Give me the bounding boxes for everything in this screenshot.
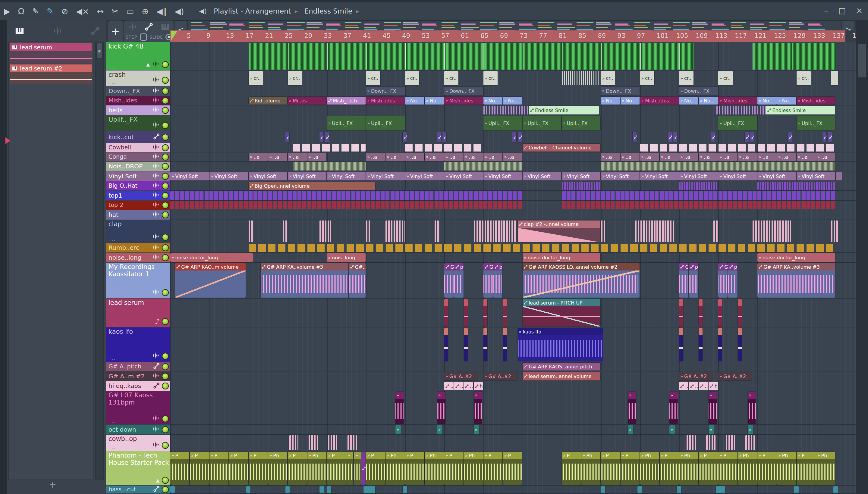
audio-clip[interactable]: » [395,425,401,434]
audio-clip[interactable]: » [708,392,717,424]
track-options-dots[interactable]: ... [109,478,116,484]
audio-clip[interactable]: » [437,425,442,434]
picker-scrollbar[interactable]: ▪ [95,42,104,479]
audio-clip[interactable]: » [748,392,756,424]
automation-clip[interactable]: Mish_..tch [327,97,366,104]
audio-clip[interactable] [738,328,742,361]
audio-clip[interactable]: »Ph.. [777,452,796,484]
pattern-clip-group[interactable] [170,191,522,200]
audio-clip[interactable]: »cr.. [366,71,380,85]
automation-clip[interactable]: Endless Smile [766,106,835,114]
audio-clip[interactable]: » [437,392,445,424]
pattern-clip-group[interactable] [831,221,838,242]
audio-clip[interactable]: »No.. [699,97,718,104]
audio-clip[interactable]: »Ph.. [816,452,835,484]
track-mute-led[interactable] [162,415,169,422]
pattern-clip-group[interactable] [714,221,718,242]
audio-clip[interactable] [285,486,290,493]
audio-clip[interactable]: »..a [797,153,816,161]
audio-clip[interactable]: »Vinyl Soft [562,172,601,180]
track-header[interactable]: hat [106,210,170,220]
audio-clip[interactable]: »Vinyl Soft [679,172,718,180]
pattern-item[interactable]: lead serum [10,43,92,51]
audio-clip[interactable]: »P.. [170,452,189,484]
track-header[interactable]: bells [106,106,170,115]
pattern-clip-group[interactable] [562,191,835,200]
track-header[interactable]: bass ..cut [106,486,170,493]
audio-clip[interactable] [601,486,606,493]
pattern-clip-group[interactable] [435,221,439,242]
audio-clip[interactable]: »Ph.. [386,452,404,484]
audio-clip[interactable]: »G# A..#2 [679,372,713,380]
pattern-clip-group[interactable] [319,221,331,242]
audio-clip[interactable] [836,172,842,180]
pattern-item[interactable]: lead serum #2 [10,64,92,72]
audio-clip[interactable]: »..a [660,153,679,161]
pattern-clip-group[interactable] [757,182,835,190]
audio-clip[interactable]: »P.. [718,452,737,484]
track-header[interactable]: Mish..ides [106,96,170,105]
track-header[interactable]: Conga [106,152,170,162]
audio-clip[interactable] [677,486,681,493]
add-arrangement-tab[interactable]: + [108,20,123,42]
track-header[interactable]: My Recordings Kaossilator 1... [106,263,170,298]
automation-clip[interactable] [325,132,329,142]
pattern-clip-group[interactable] [716,106,766,114]
piano-tab[interactable] [15,27,24,36]
audio-clip[interactable]: »G# A..#2 [718,372,752,380]
automation-clip[interactable]: Big Open..nnel volume [248,182,375,190]
pattern-clip-group[interactable] [170,201,522,209]
audio-clip[interactable]: »cr.. [483,71,498,85]
track-header[interactable]: kaos lfo... [106,327,170,362]
automation-clip[interactable]: Cowbell - Channel volume [523,144,601,152]
headphones-icon[interactable]: Ω [18,7,24,15]
audio-clip[interactable]: »noise doctor_long [170,253,253,262]
audio-clip[interactable]: » [474,425,479,434]
track-mute-led[interactable] [162,373,169,380]
track-mute-led[interactable] [162,442,169,449]
audio-clip[interactable]: »Down.._FX [679,87,718,95]
pattern-play-cursor[interactable] [5,137,10,144]
audio-clip[interactable]: »cr.. [640,71,654,85]
pattern-clip-group[interactable] [726,435,735,450]
audio-clip[interactable]: »..a [640,153,659,161]
audio-clip[interactable] [718,328,722,361]
audio-clip[interactable]: »..a [464,153,483,161]
automation-clip[interactable]: G# ARP KA..volume #3 [261,263,348,298]
track-header[interactable]: Rumb..erc [106,243,170,252]
audio-clip[interactable]: »..a [621,153,640,161]
audio-clip[interactable]: »P.. [660,452,679,484]
automation-clip[interactable]: G# ARP KAO..m volume [175,263,246,298]
pattern-clip-group[interactable] [792,43,831,70]
audio-clip[interactable] [679,299,683,326]
automation-tab[interactable] [91,27,99,36]
pattern-source-icon[interactable] [161,23,169,31]
pattern-clip-group[interactable] [386,221,404,242]
audio-clip[interactable]: »cr.. [405,71,419,85]
pattern-clip-group[interactable] [640,43,679,70]
audio-clip[interactable]: »Upli.._FX [797,116,835,130]
automation-clip[interactable] [512,132,516,142]
audio-clip[interactable] [699,328,703,361]
audio-clip[interactable]: »..a [405,153,424,161]
pattern-clip-group[interactable] [289,435,299,450]
automation-clip[interactable] [750,132,754,142]
pattern-clip-group[interactable] [706,435,716,450]
audio-clip[interactable]: »cr.. [797,71,811,85]
audio-clip[interactable]: »Vinyl Soft [601,172,640,180]
audio-clip[interactable]: »Mi..es [288,97,327,104]
audio-clip[interactable]: »..a [718,153,737,161]
track-header[interactable]: crash... [106,71,170,86]
pattern-clip-group[interactable] [640,144,835,152]
track-header[interactable]: cowb..op... [106,435,170,451]
track-header[interactable]: kick G# 4B▲... [106,42,170,70]
audio-clip[interactable]: »..a [699,153,718,161]
audio-clip[interactable] [464,299,468,326]
audio-clip[interactable]: »..a [738,153,757,161]
audio-clip[interactable]: »..a [386,153,404,161]
audio-clip[interactable] [319,486,324,493]
audio-clip[interactable]: »P.. [209,452,228,484]
audio-clip[interactable] [483,328,487,361]
audio-clip[interactable]: »noise doctor_long [523,253,601,262]
audio-clip[interactable]: » [628,392,636,424]
